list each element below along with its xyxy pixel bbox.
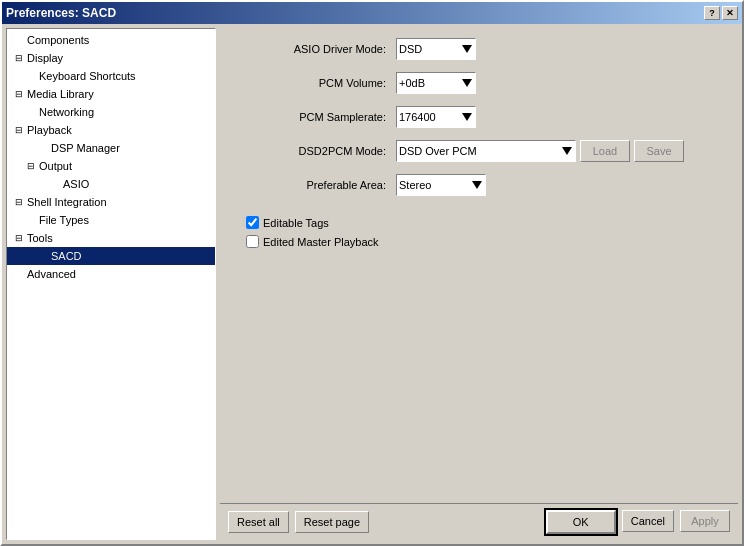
bottom-left-buttons: Reset all Reset page [228,511,369,533]
bottom-bar: Reset all Reset page OK Cancel Apply [220,503,738,540]
reset-page-button[interactable]: Reset page [295,511,369,533]
dsd2pcm-label: DSD2PCM Mode: [236,145,396,157]
edited-master-row: Edited Master Playback [246,235,722,248]
sidebar-item-advanced[interactable]: Advanced [7,265,215,283]
sidebar-item-dsp-manager[interactable]: DSP Manager [7,139,215,157]
sidebar: Components⊟DisplayKeyboard Shortcuts⊟Med… [6,28,216,540]
save-button[interactable]: Save [634,140,684,162]
editable-tags-checkbox[interactable] [246,216,259,229]
sidebar-item-tools[interactable]: ⊟Tools [7,229,215,247]
edited-master-label: Edited Master Playback [263,236,379,248]
sidebar-item-playback[interactable]: ⊟Playback [7,121,215,139]
dsd2pcm-group: DSD Over PCM Load Save [396,140,684,162]
preferences-window: Preferences: SACD ? ✕ Components⊟Display… [0,0,744,546]
close-button[interactable]: ✕ [722,6,738,20]
sidebar-item-asio[interactable]: ASIO [7,175,215,193]
sidebar-item-networking[interactable]: Networking [7,103,215,121]
expander-icon: ⊟ [11,230,27,246]
preferable-area-select[interactable]: Stereo [396,174,486,196]
sidebar-item-label: DSP Manager [51,142,120,154]
sidebar-item-output[interactable]: ⊟Output [7,157,215,175]
sidebar-item-label: Display [27,52,63,64]
pcm-volume-row: PCM Volume: +0dB [236,72,722,94]
sidebar-item-label: Output [39,160,72,172]
sidebar-item-media-library[interactable]: ⊟Media Library [7,85,215,103]
load-button[interactable]: Load [580,140,630,162]
sidebar-item-label: Networking [39,106,94,118]
pcm-samplerate-select-wrapper: 176400 [396,106,476,128]
sidebar-item-display[interactable]: ⊟Display [7,49,215,67]
cancel-button[interactable]: Cancel [622,510,674,532]
sidebar-item-keyboard-shortcuts[interactable]: Keyboard Shortcuts [7,67,215,85]
bottom-right-buttons: OK Cancel Apply [546,510,730,534]
asio-driver-select[interactable]: DSD [396,38,476,60]
sidebar-item-label: SACD [51,250,82,262]
pcm-volume-select[interactable]: +0dB [396,72,476,94]
asio-driver-select-wrapper: DSD [396,38,476,60]
pcm-samplerate-row: PCM Samplerate: 176400 [236,106,722,128]
apply-button[interactable]: Apply [680,510,730,532]
preferable-area-group: Stereo [396,174,486,196]
sidebar-item-label: Keyboard Shortcuts [39,70,136,82]
expander-icon: ⊟ [11,122,27,138]
dsd2pcm-select[interactable]: DSD Over PCM [396,140,576,162]
help-button[interactable]: ? [704,6,720,20]
editable-tags-label: Editable Tags [263,217,329,229]
preferable-area-row: Preferable Area: Stereo [236,174,722,196]
main-panel: ASIO Driver Mode: DSD PCM Volume: [220,28,738,540]
sidebar-item-shell-integration[interactable]: ⊟Shell Integration [7,193,215,211]
sidebar-item-file-types[interactable]: File Types [7,211,215,229]
ok-button[interactable]: OK [546,510,616,534]
edited-master-checkbox[interactable] [246,235,259,248]
expander-icon: ⊟ [23,158,39,174]
dsd2pcm-row: DSD2PCM Mode: DSD Over PCM Load Save [236,140,722,162]
asio-driver-label: ASIO Driver Mode: [236,43,396,55]
sidebar-item-label: Tools [27,232,53,244]
asio-driver-row: ASIO Driver Mode: DSD [236,38,722,60]
expander-icon: ⊟ [11,86,27,102]
sidebar-item-label: ASIO [63,178,89,190]
pcm-samplerate-group: 176400 [396,106,476,128]
sidebar-item-label: Advanced [27,268,76,280]
pcm-samplerate-label: PCM Samplerate: [236,111,396,123]
content-area: Components⊟DisplayKeyboard Shortcuts⊟Med… [2,24,742,544]
sidebar-item-label: File Types [39,214,89,226]
editable-tags-row: Editable Tags [246,216,722,229]
reset-all-button[interactable]: Reset all [228,511,289,533]
window-title: Preferences: SACD [6,6,116,20]
sidebar-item-label: Playback [27,124,72,136]
pcm-volume-label: PCM Volume: [236,77,396,89]
expander-icon: ⊟ [11,50,27,66]
sidebar-item-sacd[interactable]: SACD [7,247,215,265]
expander-icon: ⊟ [11,194,27,210]
dsd2pcm-select-wrapper: DSD Over PCM [396,140,576,162]
pcm-samplerate-select[interactable]: 176400 [396,106,476,128]
asio-driver-group: DSD [396,38,476,60]
title-bar: Preferences: SACD ? ✕ [2,2,742,24]
pcm-volume-select-wrapper: +0dB [396,72,476,94]
form-area: ASIO Driver Mode: DSD PCM Volume: [220,28,738,503]
preferable-area-label: Preferable Area: [236,179,396,191]
pcm-volume-group: +0dB [396,72,476,94]
sidebar-item-label: Media Library [27,88,94,100]
sidebar-item-label: Shell Integration [27,196,107,208]
sidebar-item-label: Components [27,34,89,46]
title-bar-buttons: ? ✕ [704,6,738,20]
preferable-area-select-wrapper: Stereo [396,174,486,196]
sidebar-item-components[interactable]: Components [7,31,215,49]
